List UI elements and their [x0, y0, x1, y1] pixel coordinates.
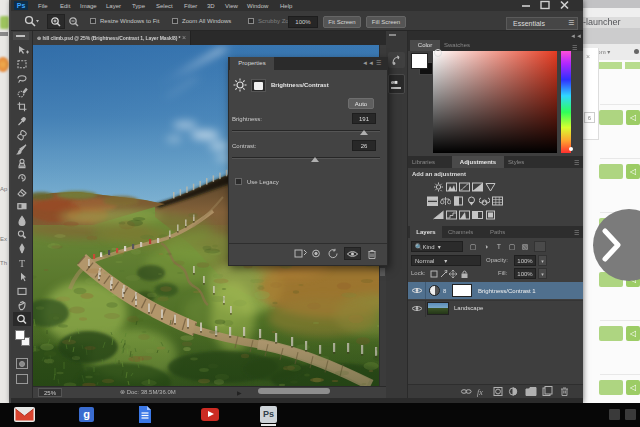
svg-text:T: T: [19, 258, 25, 269]
svg-text:fx: fx: [477, 388, 483, 397]
